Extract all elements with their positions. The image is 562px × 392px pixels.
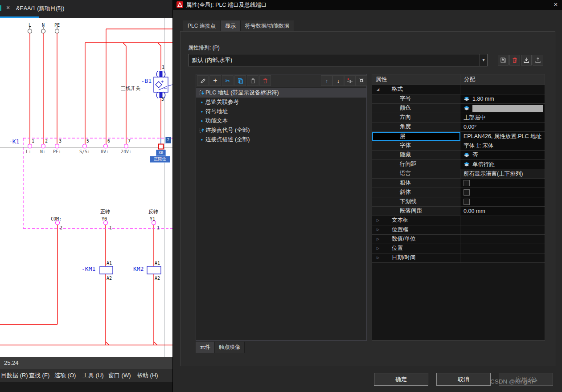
table-row-orientation[interactable]: 方向 上部居中 [372,113,545,122]
group-closed-icon[interactable]: ▷ [377,225,379,234]
editor-tab-bar: × &EAA/1 (新项目(5)) [0,0,172,18]
bullet-icon: ● [198,135,205,144]
b1-sensor-symbol[interactable] [154,71,172,98]
add-button[interactable]: + [209,75,221,86]
tree-item-symbol-address[interactable]: ● 符号地址 [196,107,366,116]
tree-item-connection-point-designation[interactable]: 连接点代号 (全部) [196,126,366,135]
table-row-layer[interactable]: 层 EPLAN426, 属性放置.PLC 地址 [372,132,545,141]
editor-tab-label[interactable]: &EAA/1 (新项目(5)) [16,5,64,12]
import-arrangement-button[interactable] [521,55,532,65]
cut-button[interactable]: ✂ [222,75,234,86]
table-row-font[interactable]: 字体 字体 1: 宋体 [372,141,545,151]
dialog-close-icon[interactable]: × [552,0,560,8]
selected-plc-address[interactable]: X0 [156,150,166,156]
frame-button[interactable] [356,75,367,86]
y1-label: Y1 [150,216,155,221]
bullet-icon: ● [198,98,205,107]
property-arrangement-select[interactable]: 默认 (内部,水平) ▾ [188,54,488,66]
delete-button[interactable] [259,75,271,86]
split-properties-button[interactable] [344,75,356,86]
tree-item-overview-crossref[interactable]: ● 总览关联参考 [196,98,366,107]
table-row-underline[interactable]: 下划线 [372,197,545,207]
tab-symbol-function-data[interactable]: 符号数据/功能数据 [241,20,294,31]
tab-plc-connection-point[interactable]: PLC 连接点 [183,20,221,31]
table-row-language[interactable]: 语言 所有显示语言(上下排列) [372,169,545,179]
cancel-button[interactable]: 取消 [436,373,491,386]
b1-device-tag[interactable]: -B1 [133,78,152,84]
bullet-icon: ● [198,107,205,116]
menu-window[interactable]: 窗口 (W) [108,369,131,382]
row-label: 位置框 [392,225,409,234]
tree-item-function-text[interactable]: ● 功能文本 [196,116,366,126]
row-label: 字体 [400,141,411,150]
delete-arrangement-button[interactable] [509,55,520,65]
save-arrangement-button[interactable] [498,55,509,65]
table-row-group-position[interactable]: ▷位置 [372,244,545,253]
table-row-paragraph-spacing[interactable]: 段落间距 0.00 mm [372,207,545,216]
table-row-group-datetime[interactable]: ▷日期/时间 [372,253,545,263]
coordinate-display: 25.24 [4,359,19,366]
dialog-title-bar[interactable]: 属性(全局): PLC 端口及总线端口 × [173,0,562,10]
group-closed-icon[interactable]: ▷ [377,253,379,262]
tab-component[interactable]: 元件 [196,342,215,353]
ok-button[interactable]: 确定 [374,373,428,386]
group-closed-icon[interactable]: ▷ [377,244,379,253]
table-row-group-value-unit[interactable]: ▷数值/单位 [372,235,545,244]
table-row-group-textframe[interactable]: ▷文本框 [372,216,545,225]
italic-checkbox[interactable] [464,189,470,196]
table-row-angle[interactable]: 角度 0.00° [372,122,545,132]
table-row-group-positionframe[interactable]: ▷位置框 [372,225,545,235]
selected-property-cell[interactable]: 层 [372,132,460,141]
table-row-font-size[interactable]: 字号 1.80 mm [372,94,545,104]
column-header-assignment[interactable]: 分配 [460,74,545,85]
bottom-tab-strip: 元件触点映像 [196,342,245,353]
menu-help[interactable]: 帮助 (H) [137,369,158,382]
selected-pin-number[interactable]: 2 [165,137,171,143]
menu-find[interactable]: 查找 (F) [29,369,49,382]
property-value-table: 属性 分配 ◢格式 字号 1.80 mm 颜色 方向 上部居中 [372,74,545,341]
row-value: 所有显示语言(上下排列) [464,170,523,178]
tree-item-connection-point-description[interactable]: ● 连接点描述 (全部) [196,135,366,144]
km2-device-tag[interactable]: KM2 [133,266,144,272]
bold-checkbox[interactable] [464,180,470,186]
tab-close-icon[interactable]: × [6,4,10,11]
table-row-bold[interactable]: 粗体 [372,179,545,188]
contactor-coils[interactable] [100,266,161,274]
color-swatch[interactable] [472,105,543,112]
column-header-property[interactable]: 属性 [372,74,460,85]
group-open-icon[interactable]: ◢ [377,85,379,94]
group-closed-icon[interactable]: ▷ [377,216,379,225]
copy-button[interactable] [234,75,246,86]
menu-options[interactable]: 选项 (O) [54,369,76,382]
selected-function-text[interactable]: 正限位 [150,156,170,163]
k1-device-tag[interactable]: -K1 [9,139,19,145]
move-down-button[interactable]: ↓ [332,75,344,86]
display-tab-panel: 属性排列: (P) 默认 (内部,水平) ▾ [180,31,555,366]
plc-bottom-pin-num: 2 [60,225,62,230]
trash-icon [512,57,518,63]
underline-checkbox[interactable] [464,199,470,205]
tab-contact-image[interactable]: 触点映像 [215,342,245,353]
group-closed-icon[interactable]: ▷ [377,235,379,244]
table-row-line-spacing[interactable]: 行间距 单倍行距 [372,160,545,169]
paste-button[interactable] [247,75,258,86]
selected-connection-point[interactable] [159,144,164,149]
chevron-down-icon[interactable]: ▾ [480,54,487,66]
table-row-italic[interactable]: 斜体 [372,188,545,197]
menu-tools[interactable]: 工具 (U) [82,369,104,382]
menu-project-data[interactable]: 目数据 (R) [1,369,28,382]
plc-box-outline[interactable] [23,138,172,229]
km1-device-tag[interactable]: -KM1 [82,266,95,272]
km2-pin-a1: A1 [155,261,160,265]
plc-connection-points[interactable] [28,144,156,225]
tree-item-plc-address[interactable]: PLC 地址 (带显示设备标识符) [196,88,366,98]
export-arrangement-button[interactable] [533,55,543,65]
edit-button[interactable] [197,75,209,86]
schematic-canvas[interactable]: L N PE -B1 三线开关 1 3 -K1 1 2 3 5 6 7 L: N… [0,18,172,357]
move-up-button[interactable]: ↑ [321,75,332,86]
tab-display[interactable]: 显示 [221,20,241,31]
table-row-color[interactable]: 颜色 [372,104,545,113]
table-row-group[interactable]: ◢格式 [372,85,545,94]
table-row-hidden[interactable]: 隐藏 否 [372,151,545,160]
copy-icon [238,78,243,84]
